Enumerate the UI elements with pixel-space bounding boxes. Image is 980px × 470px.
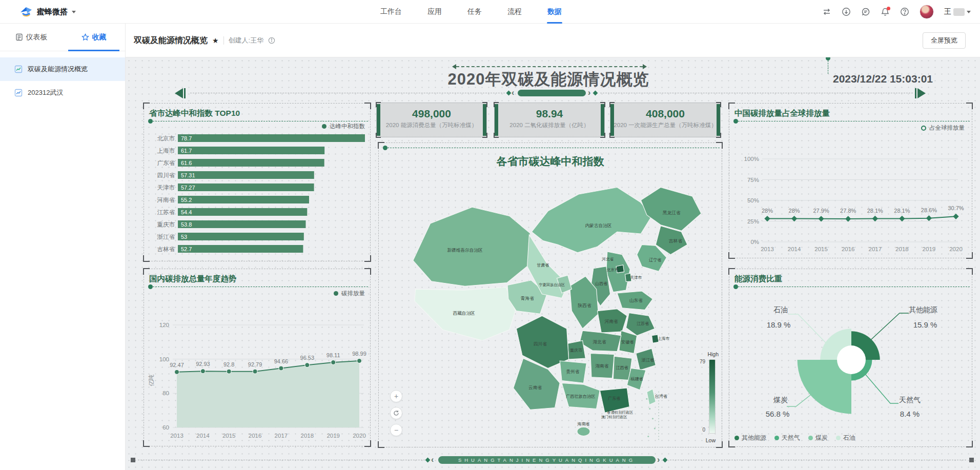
nav-item-4[interactable]: 流程 bbox=[507, 0, 522, 24]
svg-text:内蒙古自治区: 内蒙古自治区 bbox=[585, 223, 611, 228]
panel-energy-mix[interactable]: 能源消费比重 其他能源15.9 %天然气8.4 %煤炭56.8 %石油18.9 … bbox=[729, 269, 972, 447]
svg-text:2014: 2014 bbox=[788, 246, 801, 252]
svg-text:山东省: 山东省 bbox=[629, 298, 643, 303]
selection-dashed-line bbox=[383, 146, 720, 150]
chevron-right-icon[interactable]: › bbox=[588, 88, 590, 97]
nav-item-3[interactable]: 任务 bbox=[467, 0, 482, 24]
panel-title: 中国碳排放量占全球排放量 bbox=[734, 108, 830, 119]
pie-legend-item[interactable]: 天然气 bbox=[774, 434, 800, 442]
svg-text:80: 80 bbox=[162, 390, 169, 396]
kpi-card-1[interactable]: 498,0002020 能源消费总量（万吨标准煤） bbox=[376, 103, 487, 137]
panel-title: 省市达峰中和指数 TOP10 bbox=[149, 108, 240, 119]
kpi-card-3[interactable]: 408,0002020 一次能源生产总量（万吨标准煤） bbox=[610, 103, 721, 137]
legend-label: 碳排放量 bbox=[341, 290, 365, 297]
nav-item-1[interactable]: 工作台 bbox=[380, 0, 402, 24]
kpi-label: 2020 二氧化碳排放量（亿吨） bbox=[495, 121, 604, 129]
svg-text:2015: 2015 bbox=[222, 433, 236, 439]
svg-text:亿吨: 亿吨 bbox=[148, 375, 154, 386]
sidebar-item-1[interactable]: 双碳及能源情况概览 bbox=[0, 57, 125, 81]
sidebar-list: 双碳及能源情况概览202312武汉 bbox=[0, 51, 125, 105]
svg-text:甘肃省: 甘肃省 bbox=[537, 263, 549, 268]
top-scrollbar-track bbox=[190, 93, 505, 93]
bottom-scrollbar-handle[interactable] bbox=[131, 458, 135, 462]
scroll-left-button[interactable] bbox=[175, 88, 186, 98]
avatar[interactable] bbox=[920, 5, 934, 19]
legend-dot-icon bbox=[808, 436, 813, 440]
bottom-scrollbar-thumb[interactable]: SHUANGTANJINENGYUANQINGKUANG bbox=[438, 456, 656, 464]
panel-peak-index-bar[interactable]: 省市达峰中和指数 TOP10 达峰中和指数 北京市78.7上海市61.7广东省6… bbox=[144, 103, 371, 261]
legend-max-value: 79 bbox=[700, 359, 705, 364]
pie-legend-item[interactable]: 石油 bbox=[836, 434, 855, 442]
selection-dashed-line bbox=[733, 119, 970, 124]
selection-dashed-line bbox=[733, 284, 970, 289]
legend-dot-icon bbox=[734, 436, 739, 440]
svg-text:上海市: 上海市 bbox=[157, 148, 175, 154]
top-scrollbar-thumb[interactable] bbox=[518, 90, 586, 96]
pie-legend-item[interactable]: 煤炭 bbox=[808, 434, 828, 442]
transfer-icon[interactable] bbox=[822, 7, 831, 16]
user-chip[interactable]: 王 bbox=[944, 7, 971, 16]
tab-dashboards[interactable]: 仪表板 bbox=[0, 24, 63, 51]
svg-text:2016: 2016 bbox=[842, 246, 855, 252]
svg-text:0%: 0% bbox=[750, 239, 759, 245]
notification-badge bbox=[887, 7, 890, 10]
legend-low-label: Low bbox=[706, 437, 716, 443]
pie-legend-item[interactable]: 其他能源 bbox=[734, 434, 766, 442]
svg-text:92.93: 92.93 bbox=[196, 361, 210, 367]
map-zoom-out-button[interactable]: − bbox=[390, 424, 402, 436]
svg-text:56.8 %: 56.8 % bbox=[766, 410, 790, 418]
svg-text:其他能源: 其他能源 bbox=[909, 305, 937, 314]
svg-text:15.9 %: 15.9 % bbox=[913, 320, 937, 329]
svg-text:安徽省: 安徽省 bbox=[621, 340, 634, 344]
legend-dot-icon bbox=[334, 291, 338, 296]
user-name-redacted bbox=[953, 8, 965, 16]
sidebar-item-2[interactable]: 202312武汉 bbox=[0, 81, 125, 105]
svg-text:贵州省: 贵州省 bbox=[566, 369, 579, 374]
svg-text:100: 100 bbox=[159, 356, 169, 362]
user-name: 王 bbox=[944, 7, 951, 16]
download-icon[interactable] bbox=[842, 7, 851, 16]
star-icon bbox=[81, 33, 89, 41]
svg-text:78.7: 78.7 bbox=[181, 135, 192, 141]
scroll-right-button[interactable] bbox=[915, 88, 926, 98]
bottom-scrollbar-handle[interactable] bbox=[969, 458, 974, 462]
svg-text:天然气: 天然气 bbox=[899, 396, 921, 404]
feedback-icon[interactable] bbox=[861, 7, 870, 16]
info-icon[interactable] bbox=[268, 37, 275, 44]
svg-text:山西省: 山西省 bbox=[595, 281, 608, 286]
chevron-right-icon[interactable]: › bbox=[657, 455, 660, 464]
chevron-left-icon[interactable]: ‹ bbox=[512, 88, 514, 97]
map-color-legend: High 79 0 Low bbox=[694, 352, 719, 449]
nav-item-2[interactable]: 应用 bbox=[427, 0, 442, 24]
line-plot: 0%25%50%75%100%28%28%27.9%27.8%28.1%28.1… bbox=[732, 130, 970, 256]
chevron-left-icon[interactable]: ‹ bbox=[431, 455, 434, 464]
panel-china-map[interactable]: 各省市碳达峰中和指数 新疆维吾尔自治区西藏自治区青海省甘肃省内蒙古自治区黑龙江省… bbox=[378, 142, 722, 447]
legend-ring-icon bbox=[921, 126, 926, 131]
sidebar: 仪表板 收藏 双碳及能源情况概览202312武汉 bbox=[0, 24, 126, 470]
panel-emission-trend[interactable]: 国内碳排放总量年度趋势 碳排放量 6080100120亿吨92.4792.939… bbox=[144, 269, 371, 446]
kpi-card-2[interactable]: 98.942020 二氧化碳排放量（亿吨） bbox=[494, 103, 605, 137]
tab-favorites[interactable]: 收藏 bbox=[63, 24, 125, 51]
panel-global-share[interactable]: 中国碳排放量占全球排放量 占全球排放量 0%25%50%75%100%28%28… bbox=[729, 103, 972, 258]
svg-text:北京市: 北京市 bbox=[157, 135, 175, 141]
brand[interactable]: 蜜蜂微搭 bbox=[19, 0, 76, 24]
svg-text:2013: 2013 bbox=[761, 246, 774, 252]
svg-text:57.31: 57.31 bbox=[181, 172, 195, 178]
svg-text:120: 120 bbox=[159, 322, 169, 328]
help-icon[interactable] bbox=[900, 7, 909, 16]
nav-item-5[interactable]: 数据 bbox=[547, 0, 562, 24]
china-map[interactable]: 新疆维吾尔自治区西藏自治区青海省甘肃省内蒙古自治区黑龙江省吉林省辽宁省河北省北京… bbox=[383, 167, 715, 443]
main-menu: 工作台应用任务流程数据 bbox=[380, 0, 562, 24]
map-reset-button[interactable] bbox=[390, 407, 402, 419]
top-scrollbar-track bbox=[600, 93, 913, 93]
favorite-star-icon[interactable]: ★ bbox=[212, 36, 219, 45]
bell-icon[interactable] bbox=[881, 7, 890, 16]
map-zoom-in-button[interactable]: + bbox=[390, 390, 402, 402]
line-chart-icon bbox=[14, 89, 23, 97]
svg-text:2018: 2018 bbox=[301, 433, 314, 439]
svg-text:28.1%: 28.1% bbox=[894, 208, 910, 214]
legend-label: 达峰中和指数 bbox=[330, 122, 365, 130]
gradient-bar bbox=[709, 359, 716, 434]
fullscreen-preview-button[interactable]: 全屏预览 bbox=[923, 32, 966, 49]
svg-text:92.8: 92.8 bbox=[223, 361, 234, 367]
